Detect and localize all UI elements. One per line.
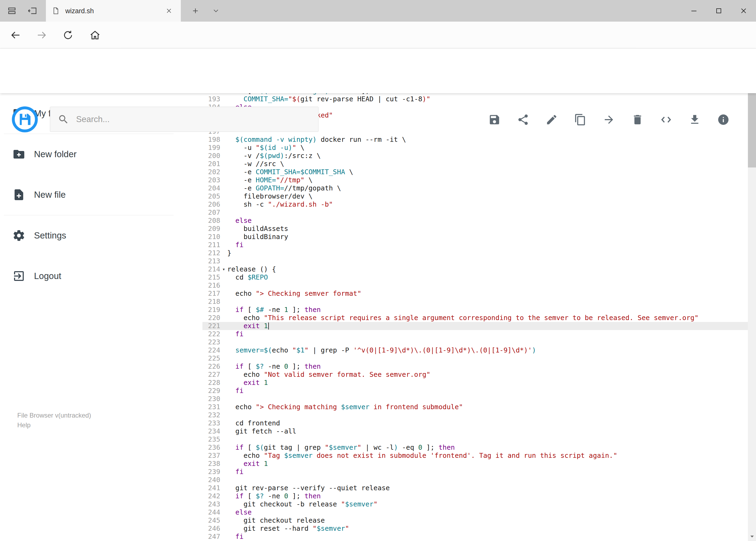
filebrowser-logo[interactable] (11, 106, 38, 133)
code-line-232[interactable]: 232 (202, 411, 748, 419)
line-number: 229 (202, 387, 220, 395)
code-line-211[interactable]: 211 fi (202, 241, 748, 249)
code-line-219[interactable]: 219 if [ $# -ne 1 ]; then (202, 306, 748, 314)
code-line-241[interactable]: 241 git rev-parse --verify --quiet relea… (202, 484, 748, 492)
browser-tab[interactable]: wizard.sh (46, 0, 181, 22)
code-line-208[interactable]: 208 else (202, 217, 748, 225)
code-line-228[interactable]: 228 exit 1 (202, 379, 748, 387)
line-number: 227 (202, 370, 220, 379)
code-editor[interactable]: 192 if [ "$(command -v git)" != "" ]; th… (202, 93, 748, 541)
code-line-220[interactable]: 220 echo "This release script requires a… (202, 314, 748, 322)
code-text: COMMIT_SHA="$(git rev-parse HEAD | cut -… (227, 95, 430, 103)
fold-gutter (220, 273, 227, 281)
sidebar-item-new-folder[interactable]: New folder (0, 134, 202, 175)
code-line-234[interactable]: 234 git fetch --all (202, 427, 748, 435)
code-line-209[interactable]: 209 buildAssets (202, 225, 748, 233)
sidebar-footer: File Browser v(untracked) Help (17, 410, 91, 430)
line-number: 204 (202, 184, 220, 192)
line-number: 235 (202, 435, 220, 443)
page-scrollbar[interactable] (748, 49, 756, 541)
copy-icon[interactable] (573, 113, 587, 127)
code-line-210[interactable]: 210 buildBinary (202, 233, 748, 241)
window-minimize-button[interactable] (681, 0, 706, 22)
code-line-199[interactable]: 199 -u "$(id -u)" \ (202, 144, 748, 152)
edit-icon[interactable] (545, 113, 559, 127)
home-icon[interactable] (85, 22, 105, 49)
code-line-247[interactable]: 247 fi (202, 533, 748, 541)
refresh-icon[interactable] (58, 22, 78, 49)
line-number: 201 (202, 160, 220, 168)
code-line-201[interactable]: 201 -w //src \ (202, 160, 748, 168)
code-line-244[interactable]: 244 else (202, 508, 748, 516)
code-line-216[interactable]: 216 (202, 281, 748, 289)
code-line-243[interactable]: 243 git checkout -b release "$semver" (202, 500, 748, 508)
tab-preview-chevron-icon[interactable] (207, 0, 225, 22)
search-input[interactable] (76, 114, 303, 125)
code-line-206[interactable]: 206 sh -c "./wizard.sh -b" (202, 201, 748, 209)
back-icon[interactable] (6, 22, 25, 49)
code-line-202[interactable]: 202 -e COMMIT_SHA=$COMMIT_SHA \ (202, 168, 748, 176)
line-number: 210 (202, 233, 220, 241)
forward-icon[interactable] (32, 22, 51, 49)
code-line-240[interactable]: 240 (202, 476, 748, 484)
code-line-192[interactable]: 192 if [ "$(command -v git)" != "" ]; th… (202, 93, 748, 95)
sidebar-item-settings[interactable]: Settings (0, 215, 202, 256)
share-icon[interactable] (516, 113, 530, 127)
code-line-231[interactable]: 231 echo "> Checking matching $semver in… (202, 403, 748, 411)
code-line-200[interactable]: 200 -v /$(pwd):/src:z \ (202, 152, 748, 160)
code-view-icon[interactable] (659, 113, 673, 127)
line-number: 207 (202, 209, 220, 217)
delete-icon[interactable] (630, 113, 644, 127)
code-line-237[interactable]: 237 echo "Tag $semver does not exist in … (202, 452, 748, 460)
code-line-207[interactable]: 207 (202, 209, 748, 217)
code-line-246[interactable]: 246 git reset --hard "$semver" (202, 525, 748, 533)
code-line-229[interactable]: 229 fi (202, 387, 748, 395)
code-line-227[interactable]: 227 echo "Not valid semver format. See s… (202, 370, 748, 379)
sidebar-item-logout[interactable]: Logout (0, 256, 202, 296)
tabs-aside-list-icon[interactable] (2, 0, 22, 22)
code-line-235[interactable]: 235 (202, 435, 748, 443)
code-line-239[interactable]: 239 fi (202, 468, 748, 476)
code-line-223[interactable]: 223 (202, 338, 748, 346)
code-line-230[interactable]: 230 (202, 395, 748, 403)
help-link[interactable]: Help (17, 420, 91, 430)
code-line-233[interactable]: 233 cd frontend (202, 419, 748, 427)
fold-marker-icon[interactable]: ▾ (220, 265, 227, 273)
code-line-226[interactable]: 226 if [ $? -ne 0 ]; then (202, 362, 748, 370)
code-line-213[interactable]: 213 (202, 257, 748, 265)
search-box[interactable] (50, 107, 319, 132)
code-line-212[interactable]: 212} (202, 249, 748, 257)
code-line-214[interactable]: 214▾release () { (202, 265, 748, 273)
code-line-242[interactable]: 242 if [ $? -ne 0 ]; then (202, 492, 748, 500)
code-line-221[interactable]: 221 exit 1 (202, 322, 748, 330)
code-line-222[interactable]: 222 fi (202, 330, 748, 338)
code-line-215[interactable]: 215 cd $REPO (202, 273, 748, 281)
fold-gutter (220, 184, 227, 192)
info-icon[interactable] (716, 113, 730, 127)
move-icon[interactable] (602, 113, 616, 127)
code-line-245[interactable]: 245 git checkout release (202, 516, 748, 525)
fold-gutter (220, 192, 227, 201)
code-line-218[interactable]: 218 (202, 297, 748, 306)
sidebar-item-new-file[interactable]: New file (0, 175, 202, 215)
fold-gutter (220, 443, 227, 452)
code-line-225[interactable]: 225 (202, 354, 748, 362)
window-close-button[interactable] (731, 0, 756, 22)
save-icon[interactable] (487, 113, 501, 127)
code-line-236[interactable]: 236 if [ $(git tag | grep "$semver" | wc… (202, 443, 748, 452)
code-line-203[interactable]: 203 -e HOME="//tmp" \ (202, 176, 748, 184)
tab-close-icon[interactable] (163, 5, 175, 17)
download-icon[interactable] (688, 113, 702, 127)
code-line-224[interactable]: 224 semver=$(echo "$1" | grep -P '^v(0|[… (202, 346, 748, 354)
code-text: fi (227, 241, 243, 249)
code-line-205[interactable]: 205 filebrowser/dev \ (202, 192, 748, 201)
code-line-204[interactable]: 204 -e GOPATH=//tmp/gopath \ (202, 184, 748, 192)
line-number: 219 (202, 306, 220, 314)
window-maximize-button[interactable] (706, 0, 731, 22)
code-line-238[interactable]: 238 exit 1 (202, 460, 748, 468)
code-line-217[interactable]: 217 echo "> Checking semver format" (202, 289, 748, 297)
new-tab-button[interactable] (186, 0, 205, 22)
scrollbar-down-icon[interactable] (748, 532, 756, 541)
set-tabs-aside-icon[interactable] (22, 0, 43, 22)
line-number: 218 (202, 297, 220, 306)
